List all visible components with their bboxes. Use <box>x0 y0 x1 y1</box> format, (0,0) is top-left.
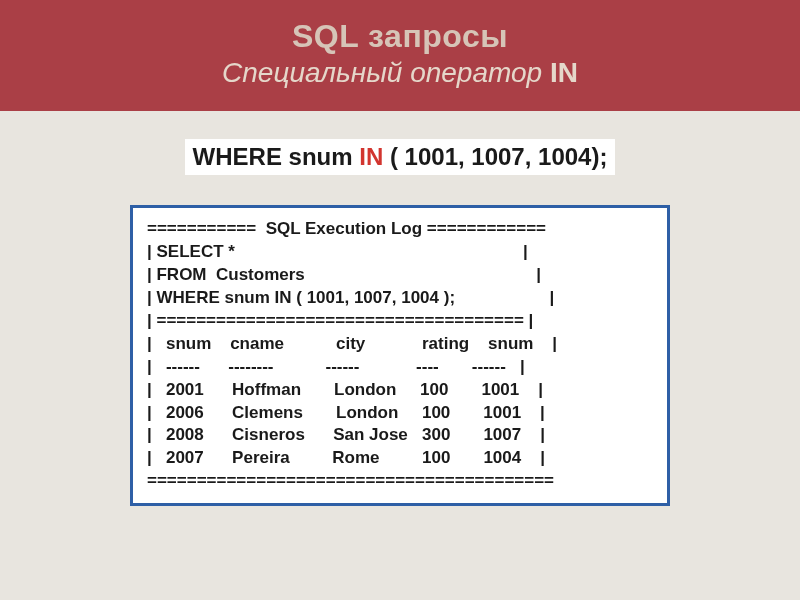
subtitle-keyword: IN <box>550 57 578 88</box>
log-line-10: | 2007 Pereira Rome 100 1004 | <box>147 447 653 470</box>
sql-execution-log: =========== SQL Execution Log ==========… <box>130 205 670 506</box>
log-line-6: | ------ -------- ------ ---- ------ | <box>147 356 653 379</box>
sql-where-clause: WHERE snum IN ( 1001, 1007, 1004); <box>185 139 616 175</box>
log-line-8: | 2006 Clemens London 100 1001 | <box>147 402 653 425</box>
log-line-2: | FROM Customers | <box>147 264 653 287</box>
log-line-3: | WHERE snum IN ( 1001, 1007, 1004 ); | <box>147 287 653 310</box>
log-line-0: =========== SQL Execution Log ==========… <box>147 218 653 241</box>
log-line-5: | snum cname city rating snum | <box>147 333 653 356</box>
page-title: SQL запросы <box>0 18 800 55</box>
log-line-11: ========================================… <box>147 470 653 493</box>
query-suffix: ( 1001, 1007, 1004); <box>383 143 607 170</box>
log-line-9: | 2008 Cisneros San Jose 300 1007 | <box>147 424 653 447</box>
log-line-7: | 2001 Hoffman London 100 1001 | <box>147 379 653 402</box>
page-subtitle: Специальный оператор IN <box>0 57 800 89</box>
in-keyword: IN <box>359 143 383 170</box>
header-band: SQL запросы Специальный оператор IN <box>0 0 800 111</box>
log-line-1: | SELECT * | <box>147 241 653 264</box>
query-prefix: WHERE snum <box>193 143 360 170</box>
subtitle-italic: Специальный оператор <box>222 57 542 88</box>
log-line-4: | ===================================== … <box>147 310 653 333</box>
content-area: WHERE snum IN ( 1001, 1007, 1004); =====… <box>0 111 800 506</box>
